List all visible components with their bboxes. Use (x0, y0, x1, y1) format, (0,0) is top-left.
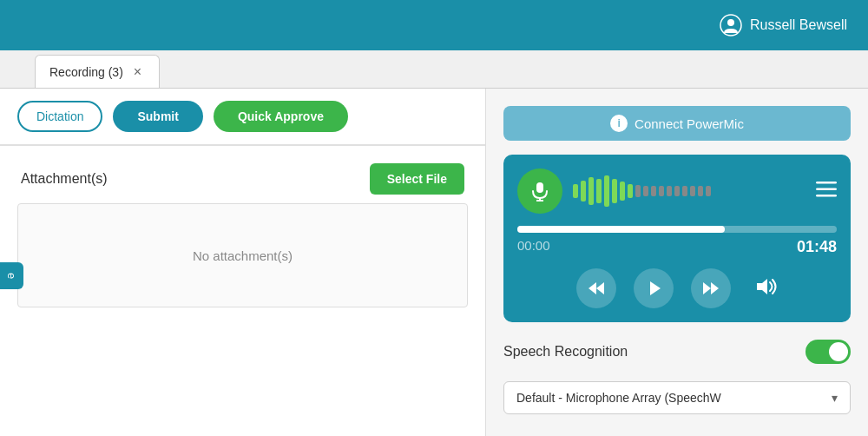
progress-row: 00:00 01:48 (517, 226, 837, 256)
tab-close-button[interactable]: × (134, 65, 141, 79)
level-bar-15 (682, 186, 687, 196)
mic-row (517, 168, 837, 214)
time-row: 00:00 01:48 (517, 238, 837, 256)
level-bar-3 (589, 177, 594, 205)
chevron-down-icon: ▾ (832, 391, 838, 405)
fast-forward-button[interactable] (691, 268, 731, 308)
level-bar-14 (674, 186, 680, 196)
level-bar-12 (659, 186, 664, 196)
attachments-section: Attachment(s) Select File No attachment(… (17, 163, 468, 307)
playback-controls (517, 268, 837, 308)
time-current: 00:00 (517, 238, 550, 256)
mic-button[interactable] (517, 168, 562, 214)
user-info: Russell Bewsell (719, 13, 847, 37)
svg-marker-8 (589, 282, 596, 294)
svg-rect-7 (816, 195, 837, 197)
svg-marker-10 (650, 281, 661, 295)
progress-track[interactable] (517, 226, 837, 233)
level-bar-5 (604, 175, 609, 207)
info-icon: i (610, 115, 628, 132)
level-bar-16 (690, 186, 695, 196)
rewind-button[interactable] (576, 268, 616, 308)
time-total: 01:48 (797, 238, 837, 256)
level-bar-9 (635, 185, 641, 197)
attachments-header: Attachment(s) Select File (17, 163, 468, 195)
svg-marker-12 (711, 282, 719, 294)
level-bar-10 (643, 186, 648, 196)
svg-marker-9 (596, 282, 604, 294)
progress-fill (517, 226, 725, 233)
level-bar-6 (612, 179, 617, 203)
no-attachments-text: No attachment(s) (193, 248, 293, 263)
level-bar-7 (620, 182, 625, 201)
recording-tab[interactable]: Recording (3) × (35, 55, 160, 88)
svg-point-1 (727, 19, 734, 26)
top-header: Russell Bewsell (0, 0, 868, 50)
attachments-box: No attachment(s) (17, 203, 468, 307)
level-bar-2 (581, 181, 586, 201)
main-area: Dictation Submit Quick Approve Attachmen… (0, 89, 868, 436)
audio-player: 00:00 01:48 (503, 155, 851, 322)
microphone-dropdown[interactable]: Default - Microphone Array (SpeechW ▾ (503, 381, 851, 414)
action-toolbar: Dictation Submit Quick Approve (0, 89, 485, 146)
level-bar-4 (596, 179, 602, 203)
user-icon (719, 13, 743, 37)
left-edge-tab: e (0, 262, 23, 289)
attachments-label: Attachment(s) (21, 171, 108, 187)
svg-rect-5 (816, 182, 837, 184)
svg-rect-2 (536, 182, 543, 193)
dictation-button[interactable]: Dictation (17, 101, 102, 132)
svg-rect-6 (816, 188, 837, 191)
submit-button[interactable]: Submit (113, 101, 202, 132)
connect-powermic-button[interactable]: i Connect PowerMic (503, 106, 851, 141)
content-area: Attachment(s) Select File No attachment(… (0, 146, 485, 436)
level-bar-13 (667, 186, 672, 196)
speech-recognition-label: Speech Recognition (503, 344, 628, 360)
quick-approve-button[interactable]: Quick Approve (214, 101, 348, 132)
microphone-dropdown-value: Default - Microphone Array (SpeechW (516, 391, 721, 405)
level-bar-11 (651, 186, 656, 196)
play-button[interactable] (634, 268, 674, 308)
toggle-thumb (829, 342, 848, 361)
level-bar-18 (706, 186, 711, 196)
hamburger-menu-icon[interactable] (816, 180, 837, 202)
speech-recognition-toggle[interactable] (806, 340, 851, 364)
tab-label: Recording (3) (49, 65, 123, 79)
connect-powermic-label: Connect PowerMic (635, 116, 744, 131)
level-bars (573, 175, 806, 207)
svg-marker-11 (703, 282, 711, 294)
level-bar-17 (698, 186, 703, 196)
right-panel: i Connect PowerMic (486, 89, 868, 436)
user-name: Russell Bewsell (750, 17, 847, 33)
level-bar-8 (628, 184, 633, 198)
left-panel: Dictation Submit Quick Approve Attachmen… (0, 89, 486, 436)
speech-recognition-row: Speech Recognition (503, 336, 851, 367)
level-bar-1 (573, 184, 578, 198)
svg-marker-13 (757, 279, 767, 294)
volume-button[interactable] (755, 277, 778, 301)
tab-bar: Recording (3) × (0, 50, 868, 89)
select-file-button[interactable]: Select File (370, 163, 464, 195)
